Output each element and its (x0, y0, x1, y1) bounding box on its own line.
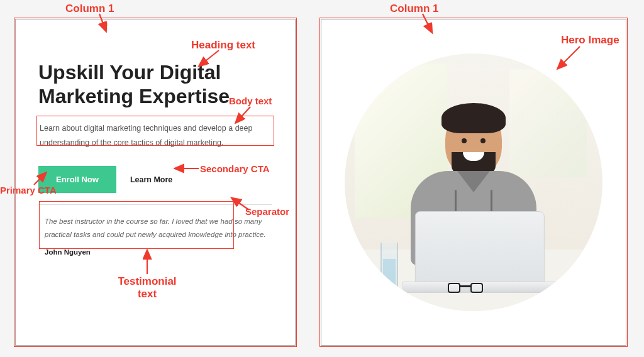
cta-row: Enroll Now Learn More (38, 166, 272, 193)
secondary-cta-link[interactable]: Learn More (130, 175, 172, 184)
water-glass-icon (380, 243, 398, 290)
anno-column1-right-label: Column 1 (390, 3, 438, 15)
testimonial-block: The best instructor in the course so far… (38, 214, 272, 257)
testimonial-quote: The best instructor in the course so far… (45, 215, 270, 242)
body-text: Learn about digital marketing techniques… (38, 120, 272, 153)
eyeglasses-icon (448, 283, 483, 295)
hero-image (345, 53, 602, 311)
primary-cta-button[interactable]: Enroll Now (38, 166, 116, 193)
anno-column1-left-label: Column 1 (65, 3, 114, 15)
heading-text: Upskill Your Digital Marketing Expertise (38, 61, 272, 109)
column-1-left: Upskill Your Digital Marketing Expertise… (15, 19, 296, 346)
column-1-right (321, 19, 626, 346)
testimonial-author: John Nguyen (45, 248, 270, 256)
separator (38, 204, 272, 205)
